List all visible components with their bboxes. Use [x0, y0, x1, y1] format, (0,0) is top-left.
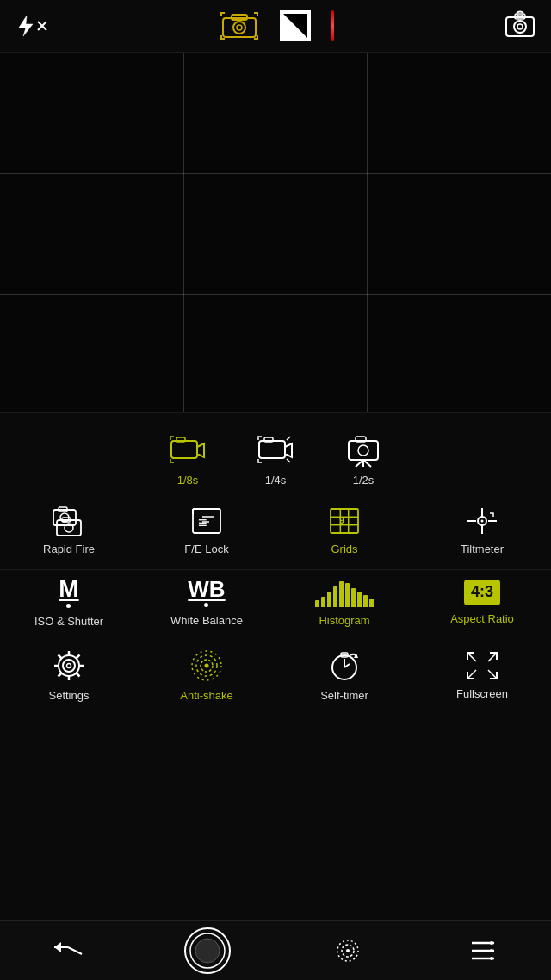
- svg-marker-65: [54, 942, 61, 952]
- self-timer-button[interactable]: Self-timer: [284, 649, 405, 702]
- self-timer-svg: [328, 649, 361, 682]
- shutter-button[interactable]: [177, 921, 238, 981]
- flash-button[interactable]: [15, 14, 48, 38]
- svg-line-24: [363, 460, 371, 467]
- m-icon-wrap: M: [59, 577, 78, 608]
- svg-point-47: [63, 660, 75, 672]
- exposure-button[interactable]: [280, 10, 311, 41]
- hdr-icon: [220, 11, 259, 40]
- anti-shake-svg: [189, 649, 225, 682]
- feature-row-1: Rapid Fire ≡ F/E Lock: [0, 499, 551, 569]
- svg-rect-17: [259, 441, 285, 458]
- svg-point-68: [195, 939, 220, 963]
- white-balance-icon: WB: [188, 578, 225, 607]
- settings-button[interactable]: Settings: [9, 649, 129, 702]
- timer-1-8s-label: 1/8s: [177, 474, 199, 487]
- timer-1-4s[interactable]: 1/4s: [257, 432, 294, 487]
- histogram-bars: [315, 578, 374, 607]
- grid-h1: [0, 173, 551, 174]
- svg-point-50: [205, 664, 209, 668]
- histogram-label: Histogram: [319, 614, 369, 627]
- svg-line-59: [467, 653, 476, 661]
- fe-lock-svg: ≡: [190, 506, 223, 536]
- svg-point-69: [346, 949, 350, 952]
- feature-row-3: Settings Anti-shake: [0, 642, 551, 716]
- wb-icon-wrap: WB: [188, 578, 225, 607]
- back-button[interactable]: [42, 925, 94, 977]
- svg-line-22: [356, 460, 363, 467]
- anti-shake-icon: [189, 649, 225, 682]
- feature-row-2: M ISO & Shutter WB White Balance: [0, 569, 551, 642]
- aspect-ratio-button[interactable]: 4:3 Aspect Ratio: [422, 580, 542, 625]
- toolbar-right: [505, 10, 536, 41]
- fe-lock-label: F/E Lock: [184, 543, 228, 555]
- timer-1-8s-icon: [170, 432, 206, 468]
- svg-rect-16: [176, 437, 185, 442]
- iso-shutter-button[interactable]: M ISO & Shutter: [9, 577, 129, 628]
- svg-line-62: [488, 670, 497, 679]
- self-timer-label: Self-timer: [320, 689, 368, 702]
- m-letter: M: [59, 577, 78, 601]
- timer-1-2s[interactable]: 1/2s: [345, 432, 381, 487]
- tiltmeter-icon: [466, 506, 498, 536]
- bottom-antishake-button[interactable]: [322, 925, 374, 977]
- grids-svg: 9: [328, 506, 361, 536]
- iso-shutter-label: ISO & Shutter: [34, 615, 103, 628]
- histogram-button[interactable]: Histogram: [284, 578, 405, 627]
- settings-svg: [53, 649, 85, 682]
- svg-line-61: [467, 670, 476, 679]
- grid-v2: [367, 53, 368, 412]
- white-balance-label: White Balance: [170, 614, 243, 627]
- fullscreen-svg: [466, 651, 498, 680]
- svg-point-12: [514, 21, 526, 33]
- svg-text:9: 9: [339, 516, 344, 525]
- aspect-ratio-label: Aspect Ratio: [450, 612, 514, 625]
- svg-point-75: [490, 941, 493, 945]
- fe-lock-button[interactable]: ≡ F/E Lock: [146, 506, 267, 555]
- menu-button[interactable]: [457, 925, 509, 977]
- white-balance-button[interactable]: WB White Balance: [146, 578, 267, 627]
- flip-camera-button[interactable]: [505, 10, 536, 41]
- timer-1-8s[interactable]: 1/8s: [170, 432, 206, 487]
- svg-marker-7: [282, 13, 308, 39]
- settings-label: Settings: [49, 689, 90, 702]
- timer-cam-icon-2: [257, 432, 294, 468]
- tiltmeter-button[interactable]: Tiltmeter: [422, 506, 542, 555]
- grid-h2: [0, 294, 551, 295]
- anti-shake-button[interactable]: Anti-shake: [146, 649, 267, 702]
- svg-rect-19: [349, 441, 378, 460]
- indicator-button[interactable]: [331, 10, 334, 41]
- tiltmeter-svg: [466, 506, 498, 536]
- viewfinder[interactable]: [0, 52, 551, 413]
- timer-1-4s-label: 1/4s: [265, 474, 287, 487]
- svg-line-60: [488, 653, 497, 661]
- back-icon: [53, 939, 84, 963]
- svg-point-46: [481, 520, 484, 523]
- svg-rect-15: [171, 441, 197, 458]
- anti-shake-label: Anti-shake: [180, 689, 232, 702]
- svg-point-77: [490, 957, 493, 960]
- iso-shutter-icon: M: [59, 577, 78, 608]
- toolbar-left: [15, 14, 48, 38]
- timer-row: 1/8s 1/4s: [0, 413, 551, 499]
- self-timer-icon: [328, 649, 361, 682]
- timer-cam-icon-3: [345, 432, 381, 468]
- exposure-svg: [282, 12, 309, 40]
- flash-icon: [15, 14, 34, 38]
- menu-icon: [470, 940, 496, 962]
- timer-cam-icon-1: [170, 432, 206, 468]
- timer-1-2s-label: 1/2s: [353, 474, 375, 487]
- rapid-fire-button[interactable]: Rapid Fire: [9, 506, 129, 555]
- exposure-icon: [280, 10, 311, 41]
- timer-1-4s-icon: [257, 432, 294, 468]
- grids-button[interactable]: 9 Grids: [284, 506, 405, 555]
- top-toolbar: [0, 0, 551, 52]
- flip-camera-icon: [505, 10, 536, 41]
- wb-dot: [204, 603, 208, 607]
- fe-lock-icon: ≡: [190, 506, 223, 536]
- rapid-fire-icon: [53, 506, 85, 536]
- fullscreen-label: Fullscreen: [456, 687, 508, 700]
- hdr-button[interactable]: [220, 11, 259, 40]
- fullscreen-button[interactable]: Fullscreen: [422, 651, 542, 700]
- aspect-ratio-icon: 4:3: [464, 580, 500, 605]
